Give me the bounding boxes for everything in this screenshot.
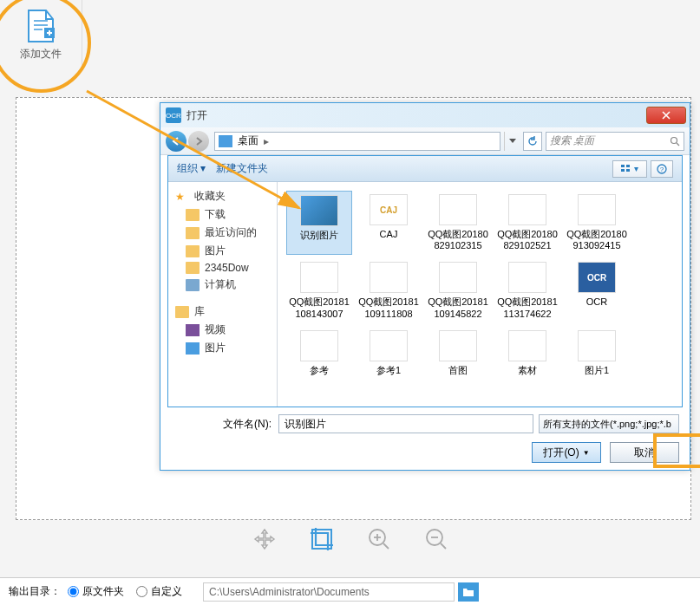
sidebar-label: 图片 bbox=[205, 341, 226, 355]
open-file-dialog: OCR 打开 桌面 ▸ 搜索 桌面 组织 ▾ bbox=[160, 102, 690, 471]
nav-path[interactable]: 桌面 ▸ bbox=[214, 132, 500, 151]
output-path-input[interactable] bbox=[203, 582, 455, 602]
folder-icon bbox=[186, 262, 200, 274]
help-button[interactable]: ? bbox=[651, 160, 673, 178]
filetype-label: 所有支持的文件(*.png;*.jpg;*.b bbox=[543, 418, 671, 431]
sidebar-label: 视频 bbox=[205, 322, 226, 337]
file-item[interactable]: CAJCAJ bbox=[356, 191, 422, 255]
sidebar-label: 收藏夹 bbox=[194, 189, 226, 204]
bottom-toolbar bbox=[0, 520, 700, 558]
sidebar-favorites: ★ 收藏夹 下载 最近访问的 图片 2345Dow 计算机 bbox=[168, 187, 277, 294]
file-thumb bbox=[370, 262, 408, 293]
file-item[interactable]: QQ截图20181109145822 bbox=[425, 258, 491, 322]
file-item[interactable]: QQ截图20180829102315 bbox=[425, 191, 491, 255]
file-item[interactable]: 参考 bbox=[286, 327, 352, 380]
file-item[interactable]: 首图 bbox=[425, 327, 491, 380]
sidebar-label: 库 bbox=[194, 304, 205, 319]
dialog-nav: 桌面 ▸ 搜索 桌面 bbox=[160, 127, 690, 155]
dialog-title: 打开 bbox=[186, 108, 646, 123]
organize-menu[interactable]: 组织 ▾ bbox=[177, 161, 206, 176]
file-item[interactable]: 参考1 bbox=[356, 327, 422, 380]
folder-icon bbox=[186, 245, 200, 257]
dialog-toolbar: 组织 ▾ 新建文件夹 ▾ ? bbox=[168, 156, 682, 182]
radio-custom-input[interactable] bbox=[136, 586, 147, 597]
zoom-out-icon bbox=[424, 527, 448, 551]
file-label: 图片1 bbox=[585, 365, 609, 376]
file-thumb bbox=[439, 194, 477, 225]
search-icon bbox=[670, 136, 680, 146]
file-label: QQ截图20181108143007 bbox=[288, 296, 350, 319]
add-file-button[interactable]: 添加文件 bbox=[0, 0, 82, 69]
svg-rect-12 bbox=[626, 169, 630, 172]
nav-back-button[interactable] bbox=[166, 131, 186, 152]
sidebar-label: 2345Dow bbox=[205, 262, 249, 274]
file-thumb bbox=[300, 195, 338, 226]
sidebar-label: 计算机 bbox=[205, 277, 236, 292]
file-label: QQ截图20181109145822 bbox=[427, 296, 489, 319]
view-mode-button[interactable]: ▾ bbox=[612, 160, 647, 178]
svg-line-21 bbox=[441, 543, 446, 549]
nav-refresh-button[interactable] bbox=[523, 132, 542, 151]
file-item[interactable]: QQ截图20181109111808 bbox=[356, 258, 422, 322]
sidebar-item-computer[interactable]: 计算机 bbox=[168, 276, 277, 294]
radio-original-folder[interactable]: 原文件夹 bbox=[68, 584, 124, 599]
file-item[interactable]: QQ截图20181113174622 bbox=[494, 258, 560, 322]
sidebar-item-downloads[interactable]: 下载 bbox=[168, 205, 277, 224]
file-label: QQ截图20181113174622 bbox=[496, 296, 559, 319]
sidebar-item-2345[interactable]: 2345Dow bbox=[168, 260, 277, 276]
zoom-out-tool[interactable] bbox=[423, 526, 449, 552]
search-placeholder: 搜索 桌面 bbox=[550, 133, 594, 148]
dialog-body: ★ 收藏夹 下载 最近访问的 图片 2345Dow 计算机 库 视频 图片 bbox=[168, 182, 682, 407]
file-label: QQ截图20180829102315 bbox=[427, 229, 489, 251]
move-icon bbox=[252, 527, 277, 551]
file-label: 素材 bbox=[518, 365, 537, 376]
radio-original-input[interactable] bbox=[68, 586, 79, 597]
file-thumb bbox=[578, 330, 616, 361]
filename-input[interactable] bbox=[278, 414, 533, 433]
close-button[interactable] bbox=[646, 107, 686, 124]
file-thumb bbox=[578, 194, 616, 225]
nav-forward-button[interactable] bbox=[188, 131, 209, 152]
file-thumb bbox=[439, 262, 477, 293]
file-item[interactable]: QQ截图20180829102521 bbox=[494, 191, 560, 255]
move-tool[interactable] bbox=[252, 526, 278, 552]
files-grid[interactable]: 识别图片CAJCAJQQ截图20180829102315QQ截图20180829… bbox=[278, 182, 682, 407]
sidebar-item-favorites[interactable]: ★ 收藏夹 bbox=[168, 187, 277, 205]
dialog-app-icon: OCR bbox=[166, 107, 181, 123]
refresh-icon bbox=[527, 136, 538, 146]
file-thumb bbox=[370, 330, 408, 361]
sidebar-item-videos[interactable]: 视频 bbox=[168, 321, 277, 339]
nav-search-input[interactable]: 搜索 桌面 bbox=[546, 132, 684, 151]
radio-original-label: 原文件夹 bbox=[82, 584, 124, 599]
radio-custom-folder[interactable]: 自定义 bbox=[136, 584, 182, 599]
file-label: QQ截图20180829102521 bbox=[496, 229, 559, 251]
cancel-button[interactable]: 取消 bbox=[610, 442, 679, 463]
sidebar-item-recent[interactable]: 最近访问的 bbox=[168, 224, 277, 242]
file-item[interactable]: 素材 bbox=[494, 327, 560, 380]
filetype-select[interactable]: 所有支持的文件(*.png;*.jpg;*.b bbox=[539, 414, 679, 433]
new-folder-button[interactable]: 新建文件夹 bbox=[216, 161, 268, 176]
dialog-inner: 组织 ▾ 新建文件夹 ▾ ? ★ 收藏夹 下载 最近访问的 bbox=[167, 155, 683, 407]
file-item[interactable]: 识别图片 bbox=[286, 191, 352, 255]
browse-folder-button[interactable] bbox=[458, 582, 479, 602]
grid-icon bbox=[621, 165, 631, 173]
video-icon bbox=[186, 324, 200, 336]
sidebar: ★ 收藏夹 下载 最近访问的 图片 2345Dow 计算机 库 视频 图片 bbox=[168, 182, 278, 407]
output-label: 输出目录： bbox=[9, 584, 61, 599]
sidebar-item-pictures[interactable]: 图片 bbox=[168, 242, 277, 260]
filename-row: 文件名(N): 所有支持的文件(*.png;*.jpg;*.b bbox=[167, 413, 683, 435]
crop-tool[interactable] bbox=[309, 526, 335, 552]
file-item[interactable]: QQ截图20181108143007 bbox=[286, 258, 352, 322]
zoom-in-tool[interactable] bbox=[366, 526, 392, 552]
file-item[interactable]: OCROCR bbox=[564, 258, 630, 322]
sidebar-item-libraries[interactable]: 库 bbox=[168, 302, 277, 321]
open-button[interactable]: 打开(O) ▼ bbox=[532, 442, 601, 463]
computer-icon bbox=[186, 279, 200, 291]
sidebar-item-lib-pictures[interactable]: 图片 bbox=[168, 339, 277, 357]
svg-point-7 bbox=[671, 137, 677, 143]
file-item[interactable]: QQ截图20180913092415 bbox=[564, 191, 630, 255]
file-label: CAJ bbox=[380, 229, 398, 240]
nav-path-dropdown[interactable] bbox=[504, 132, 520, 151]
file-item[interactable]: 图片1 bbox=[564, 327, 630, 380]
svg-text:?: ? bbox=[660, 166, 664, 173]
